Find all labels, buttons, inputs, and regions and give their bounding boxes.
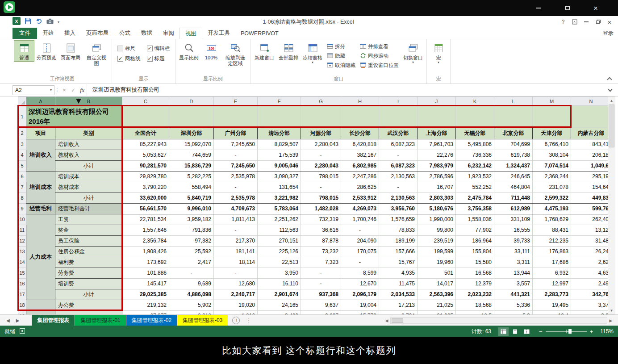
row-header-16[interactable]: 16 bbox=[18, 278, 26, 289]
col-header-N[interactable]: N bbox=[571, 97, 611, 106]
cell-F2[interactable]: 清远分部 bbox=[258, 127, 301, 139]
row-header-1[interactable]: 1 bbox=[18, 106, 26, 128]
cell-F9[interactable]: 5,783,064 bbox=[258, 203, 301, 214]
cell-G5[interactable]: 2,280,043 bbox=[301, 160, 341, 171]
cell-J10[interactable]: 1,990,000 bbox=[418, 214, 456, 225]
cell-L11[interactable]: 16,555 bbox=[494, 225, 533, 235]
row-header-12[interactable]: 12 bbox=[18, 235, 26, 246]
cell-F17[interactable]: 2,901,674 bbox=[258, 289, 301, 300]
insert-function-icon[interactable]: fx bbox=[78, 87, 87, 94]
cell-E5[interactable]: 7,245,650 bbox=[214, 160, 258, 171]
cell-H5[interactable]: 6,802,985 bbox=[341, 160, 379, 171]
small-button-hide[interactable]: 隐藏 bbox=[327, 53, 355, 59]
cell-F1[interactable] bbox=[258, 106, 301, 128]
cell-B6[interactable]: 培训成本 bbox=[55, 171, 122, 182]
zoom-out-icon[interactable]: − bbox=[539, 328, 543, 335]
cell-E16[interactable]: 12,680 bbox=[214, 278, 258, 289]
cell-F14[interactable]: 22,513 bbox=[258, 257, 301, 268]
cell-D17[interactable]: 4,886,098 bbox=[169, 289, 214, 300]
cell-K1[interactable] bbox=[456, 106, 494, 128]
cell-J11[interactable]: 99,800 bbox=[418, 225, 456, 235]
scroll-left-icon[interactable]: ◀ bbox=[383, 318, 390, 323]
cell-J6[interactable]: 2,786,596 bbox=[418, 171, 456, 182]
cell-J12[interactable]: 239,519 bbox=[418, 235, 456, 246]
cell-I11[interactable]: 78,833 bbox=[379, 225, 418, 235]
col-header-K[interactable]: K bbox=[456, 97, 494, 106]
cell-L10[interactable]: 331,109 bbox=[494, 214, 533, 225]
col-header-M[interactable]: M bbox=[533, 97, 571, 106]
cell-F3[interactable]: 8,829,507 bbox=[258, 139, 301, 150]
cell-N9[interactable]: 599,76 bbox=[571, 203, 611, 214]
cell-C17[interactable]: 29,025,385 bbox=[122, 289, 169, 300]
cell-B8[interactable]: 小计 bbox=[55, 192, 122, 203]
select-all-corner[interactable] bbox=[18, 97, 26, 106]
zoom-button-0[interactable]: 显示比例 bbox=[177, 40, 201, 62]
enter-icon[interactable]: ✓ bbox=[69, 87, 78, 93]
cell-B18[interactable]: 办公费 bbox=[55, 300, 122, 310]
cell-C8[interactable]: 33,620,000 bbox=[122, 192, 169, 203]
cell-L4[interactable]: 619,738 bbox=[494, 150, 533, 160]
cell-F16[interactable]: 16,110 bbox=[258, 278, 301, 289]
cell-L5[interactable]: 1,324,437 bbox=[494, 160, 533, 171]
ribbon-display-options-button[interactable] bbox=[569, 17, 580, 26]
cell-K12[interactable]: 186,964 bbox=[456, 235, 494, 246]
cell-I16[interactable]: 11,475 bbox=[379, 278, 418, 289]
show-option-0[interactable]: 标尺 bbox=[117, 45, 141, 52]
cell-A10[interactable]: 人力成本 bbox=[26, 214, 55, 300]
cell-C9[interactable]: 56,661,570 bbox=[122, 203, 169, 214]
cell-K17[interactable]: 2,023,232 bbox=[456, 289, 494, 300]
cell-N3[interactable]: 843,41 bbox=[571, 139, 611, 150]
cell-N5[interactable]: 1,049,6 bbox=[571, 160, 611, 171]
cell-D1[interactable] bbox=[169, 106, 214, 128]
row-header-8[interactable]: 8 bbox=[18, 192, 26, 203]
cell-C11[interactable]: 1,557,646 bbox=[122, 225, 169, 235]
ribbon-tab-3[interactable]: 公式 bbox=[114, 28, 136, 39]
cell-D6[interactable]: 5,282,225 bbox=[169, 171, 214, 182]
cell-I18[interactable]: 17,213 bbox=[379, 300, 418, 310]
zoom-button-2[interactable]: 缩放到选定区域 bbox=[221, 40, 249, 68]
cell-B13[interactable]: 住房公积金 bbox=[55, 246, 122, 257]
cell-D4[interactable]: 744,659 bbox=[169, 150, 214, 160]
cell-D16[interactable]: 9,689 bbox=[169, 278, 214, 289]
horizontal-scrollbar[interactable]: ◀ ▶ bbox=[383, 317, 614, 324]
cell-M5[interactable]: 7,074,514 bbox=[533, 160, 571, 171]
cell-L13[interactable]: 33,111 bbox=[494, 246, 533, 257]
zoom-button-1[interactable]: 100100% bbox=[201, 40, 221, 62]
col-header-C[interactable]: C bbox=[122, 97, 169, 106]
zoom-level[interactable]: 115% bbox=[600, 328, 614, 335]
cell-D14[interactable]: 2,417 bbox=[169, 257, 214, 268]
cell-A6[interactable]: 培训成本 bbox=[26, 171, 55, 203]
cell-C16[interactable]: 145,417 bbox=[122, 278, 169, 289]
col-header-E[interactable]: E bbox=[214, 97, 258, 106]
small-button-reset[interactable]: 重设窗口位置 bbox=[360, 62, 399, 69]
cell-D3[interactable]: 15,092,070 bbox=[169, 139, 214, 150]
cell-A9[interactable]: 经营毛利 bbox=[26, 203, 55, 214]
ribbon-tab-0[interactable]: 开始 bbox=[37, 28, 59, 39]
cell-H16[interactable]: 12,670 bbox=[341, 278, 379, 289]
cell-G18[interactable]: 9,637 bbox=[301, 300, 341, 310]
cell-K4[interactable]: 736,336 bbox=[456, 150, 494, 160]
row-header-2[interactable]: 2 bbox=[18, 127, 26, 139]
view-button-pagelayout[interactable]: 页面布局 bbox=[58, 40, 83, 62]
cell-N16[interactable]: 2,49 bbox=[571, 278, 611, 289]
cell-D12[interactable]: 97,382 bbox=[169, 235, 214, 246]
scroll-down-icon[interactable]: ▼ bbox=[608, 307, 615, 314]
cell-C14[interactable]: 173,692 bbox=[122, 257, 169, 268]
cell-G13[interactable]: 73,232 bbox=[301, 246, 341, 257]
cell-A3[interactable]: 培训收入 bbox=[26, 139, 55, 171]
cell-L18[interactable]: 5,336 bbox=[494, 300, 533, 310]
cell-H12[interactable]: 204,090 bbox=[341, 235, 379, 246]
cell-M19[interactable]: 19,4 bbox=[533, 310, 571, 314]
cell-G17[interactable]: 937,368 bbox=[301, 289, 341, 300]
cell-E14[interactable]: 18,114 bbox=[214, 257, 258, 268]
cell-M6[interactable]: 2,368,244 bbox=[533, 171, 571, 182]
new-sheet-button[interactable]: + bbox=[232, 317, 240, 324]
cell-C12[interactable]: 2,356,784 bbox=[122, 235, 169, 246]
row-header-6[interactable]: 6 bbox=[18, 171, 26, 182]
sign-in-link[interactable]: 登录 bbox=[603, 28, 614, 39]
cell-K16[interactable]: 12,379 bbox=[456, 278, 494, 289]
cell-B14[interactable]: 福利费 bbox=[55, 257, 122, 268]
cell-E6[interactable]: 2,535,978 bbox=[214, 171, 258, 182]
cell-N19[interactable]: 3,3 bbox=[571, 310, 611, 314]
row-header-3[interactable]: 3 bbox=[18, 139, 26, 150]
